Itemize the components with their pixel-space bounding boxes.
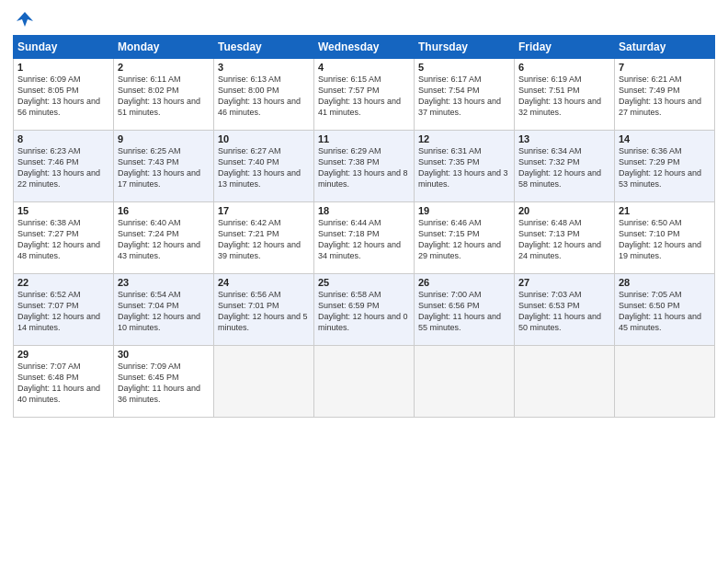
day-number: 8: [17, 133, 109, 144]
calendar-cell: 19Sunrise: 6:46 AMSunset: 7:15 PMDayligh…: [415, 202, 515, 274]
day-number: 29: [17, 349, 109, 360]
day-header-thursday: Thursday: [415, 36, 515, 59]
calendar-cell: 17Sunrise: 6:42 AMSunset: 7:21 PMDayligh…: [214, 202, 314, 274]
cell-details: Sunrise: 6:50 AMSunset: 7:10 PMDaylight:…: [619, 217, 711, 262]
day-number: 19: [418, 205, 510, 216]
calendar-cell: 25Sunrise: 6:58 AMSunset: 6:59 PMDayligh…: [314, 274, 415, 346]
calendar-cell: [515, 346, 615, 418]
day-number: 15: [17, 205, 109, 216]
cell-details: Sunrise: 6:48 AMSunset: 7:13 PMDaylight:…: [518, 217, 610, 262]
cell-details: Sunrise: 6:44 AMSunset: 7:18 PMDaylight:…: [318, 217, 410, 262]
cell-details: Sunrise: 6:11 AMSunset: 8:02 PMDaylight:…: [118, 74, 210, 119]
day-number: 26: [418, 277, 510, 288]
calendar-cell: 9Sunrise: 6:25 AMSunset: 7:43 PMDaylight…: [114, 131, 214, 202]
cell-details: Sunrise: 6:56 AMSunset: 7:01 PMDaylight:…: [218, 289, 310, 334]
cell-details: Sunrise: 6:21 AMSunset: 7:49 PMDaylight:…: [619, 74, 711, 119]
day-number: 21: [619, 205, 711, 216]
calendar-week-2: 8Sunrise: 6:23 AMSunset: 7:46 PMDaylight…: [14, 131, 715, 202]
day-header-wednesday: Wednesday: [314, 36, 415, 59]
day-number: 17: [218, 205, 310, 216]
cell-details: Sunrise: 6:13 AMSunset: 8:00 PMDaylight:…: [218, 74, 310, 119]
calendar-week-5: 29Sunrise: 7:07 AMSunset: 6:48 PMDayligh…: [14, 346, 715, 418]
day-number: 14: [619, 133, 711, 144]
svg-marker-0: [17, 12, 33, 27]
calendar-cell: 12Sunrise: 6:31 AMSunset: 7:35 PMDayligh…: [415, 131, 515, 202]
cell-details: Sunrise: 6:42 AMSunset: 7:21 PMDaylight:…: [218, 217, 310, 262]
cell-details: Sunrise: 6:31 AMSunset: 7:35 PMDaylight:…: [418, 145, 510, 190]
calendar-header-row: SundayMondayTuesdayWednesdayThursdayFrid…: [14, 36, 715, 59]
calendar-cell: 1Sunrise: 6:09 AMSunset: 8:05 PMDaylight…: [14, 59, 114, 131]
calendar-cell: 18Sunrise: 6:44 AMSunset: 7:18 PMDayligh…: [314, 202, 415, 274]
day-number: 25: [318, 277, 410, 288]
cell-details: Sunrise: 6:36 AMSunset: 7:29 PMDaylight:…: [619, 145, 711, 190]
page: SundayMondayTuesdayWednesdayThursdayFrid…: [0, 0, 728, 563]
day-number: 1: [17, 62, 109, 73]
calendar-cell: 29Sunrise: 7:07 AMSunset: 6:48 PMDayligh…: [14, 346, 114, 418]
calendar-cell: [314, 346, 415, 418]
calendar-cell: 14Sunrise: 6:36 AMSunset: 7:29 PMDayligh…: [615, 131, 715, 202]
day-number: 20: [518, 205, 610, 216]
day-number: 11: [318, 133, 410, 144]
calendar-cell: [214, 346, 314, 418]
header: [13, 9, 715, 29]
calendar-cell: 27Sunrise: 7:03 AMSunset: 6:53 PMDayligh…: [515, 274, 615, 346]
cell-details: Sunrise: 7:05 AMSunset: 6:50 PMDaylight:…: [619, 289, 711, 334]
day-header-sunday: Sunday: [14, 36, 114, 59]
cell-details: Sunrise: 6:40 AMSunset: 7:24 PMDaylight:…: [118, 217, 210, 262]
calendar-cell: 21Sunrise: 6:50 AMSunset: 7:10 PMDayligh…: [615, 202, 715, 274]
cell-details: Sunrise: 6:09 AMSunset: 8:05 PMDaylight:…: [17, 74, 109, 119]
cell-details: Sunrise: 7:00 AMSunset: 6:56 PMDaylight:…: [418, 289, 510, 334]
calendar-cell: 7Sunrise: 6:21 AMSunset: 7:49 PMDaylight…: [615, 59, 715, 131]
cell-details: Sunrise: 6:34 AMSunset: 7:32 PMDaylight:…: [518, 145, 610, 190]
cell-details: Sunrise: 6:19 AMSunset: 7:51 PMDaylight:…: [518, 74, 610, 119]
cell-details: Sunrise: 6:58 AMSunset: 6:59 PMDaylight:…: [318, 289, 410, 334]
cell-details: Sunrise: 7:07 AMSunset: 6:48 PMDaylight:…: [17, 361, 109, 406]
day-number: 30: [118, 349, 210, 360]
calendar-cell: 11Sunrise: 6:29 AMSunset: 7:38 PMDayligh…: [314, 131, 415, 202]
cell-details: Sunrise: 7:09 AMSunset: 6:45 PMDaylight:…: [118, 361, 210, 406]
cell-details: Sunrise: 6:23 AMSunset: 7:46 PMDaylight:…: [17, 145, 109, 190]
calendar-cell: 16Sunrise: 6:40 AMSunset: 7:24 PMDayligh…: [114, 202, 214, 274]
day-header-monday: Monday: [114, 36, 214, 59]
day-number: 28: [619, 277, 711, 288]
calendar-cell: 28Sunrise: 7:05 AMSunset: 6:50 PMDayligh…: [615, 274, 715, 346]
day-number: 24: [218, 277, 310, 288]
day-number: 13: [518, 133, 610, 144]
cell-details: Sunrise: 6:46 AMSunset: 7:15 PMDaylight:…: [418, 217, 510, 262]
day-number: 27: [518, 277, 610, 288]
calendar-cell: 24Sunrise: 6:56 AMSunset: 7:01 PMDayligh…: [214, 274, 314, 346]
day-number: 3: [218, 62, 310, 73]
calendar-cell: [415, 346, 515, 418]
day-number: 7: [619, 62, 711, 73]
day-number: 16: [118, 205, 210, 216]
day-number: 4: [318, 62, 410, 73]
calendar-week-1: 1Sunrise: 6:09 AMSunset: 8:05 PMDaylight…: [14, 59, 715, 131]
cell-details: Sunrise: 7:03 AMSunset: 6:53 PMDaylight:…: [518, 289, 610, 334]
calendar-cell: 20Sunrise: 6:48 AMSunset: 7:13 PMDayligh…: [515, 202, 615, 274]
day-number: 2: [118, 62, 210, 73]
calendar-cell: 26Sunrise: 7:00 AMSunset: 6:56 PMDayligh…: [415, 274, 515, 346]
calendar-cell: 10Sunrise: 6:27 AMSunset: 7:40 PMDayligh…: [214, 131, 314, 202]
day-number: 5: [418, 62, 510, 73]
calendar-cell: 15Sunrise: 6:38 AMSunset: 7:27 PMDayligh…: [14, 202, 114, 274]
calendar-week-4: 22Sunrise: 6:52 AMSunset: 7:07 PMDayligh…: [14, 274, 715, 346]
day-number: 23: [118, 277, 210, 288]
calendar-cell: 8Sunrise: 6:23 AMSunset: 7:46 PMDaylight…: [14, 131, 114, 202]
day-number: 18: [318, 205, 410, 216]
calendar-cell: 22Sunrise: 6:52 AMSunset: 7:07 PMDayligh…: [14, 274, 114, 346]
calendar-week-3: 15Sunrise: 6:38 AMSunset: 7:27 PMDayligh…: [14, 202, 715, 274]
logo: [13, 9, 35, 29]
day-number: 22: [17, 277, 109, 288]
calendar-cell: 30Sunrise: 7:09 AMSunset: 6:45 PMDayligh…: [114, 346, 214, 418]
day-number: 12: [418, 133, 510, 144]
calendar-cell: 6Sunrise: 6:19 AMSunset: 7:51 PMDaylight…: [515, 59, 615, 131]
calendar-cell: 5Sunrise: 6:17 AMSunset: 7:54 PMDaylight…: [415, 59, 515, 131]
cell-details: Sunrise: 6:29 AMSunset: 7:38 PMDaylight:…: [318, 145, 410, 190]
day-number: 9: [118, 133, 210, 144]
calendar-cell: 4Sunrise: 6:15 AMSunset: 7:57 PMDaylight…: [314, 59, 415, 131]
day-number: 10: [218, 133, 310, 144]
calendar-cell: 13Sunrise: 6:34 AMSunset: 7:32 PMDayligh…: [515, 131, 615, 202]
day-header-saturday: Saturday: [615, 36, 715, 59]
logo-bird-icon: [15, 9, 35, 33]
cell-details: Sunrise: 6:54 AMSunset: 7:04 PMDaylight:…: [118, 289, 210, 334]
